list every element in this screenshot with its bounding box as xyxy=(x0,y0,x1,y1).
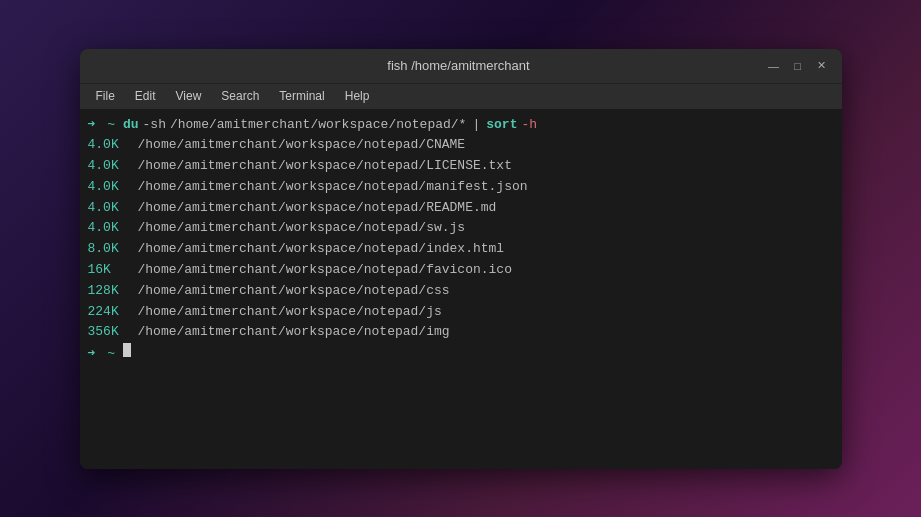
path-8: /home/amitmerchant/workspace/notepad/js xyxy=(138,302,442,323)
cmd-du: du xyxy=(123,115,139,136)
path-9: /home/amitmerchant/workspace/notepad/img xyxy=(138,322,450,343)
size-7: 128K xyxy=(88,281,138,302)
window-controls: — □ ✕ xyxy=(766,58,830,74)
maximize-button[interactable]: □ xyxy=(790,58,806,74)
menu-help[interactable]: Help xyxy=(337,87,378,105)
path-3: /home/amitmerchant/workspace/notepad/REA… xyxy=(138,198,497,219)
minimize-button[interactable]: — xyxy=(766,58,782,74)
size-4: 4.0K xyxy=(88,218,138,239)
output-line-9: 356K /home/amitmerchant/workspace/notepa… xyxy=(88,322,834,343)
next-prompt-arrow: ➜ xyxy=(88,344,96,365)
output-line-4: 4.0K /home/amitmerchant/workspace/notepa… xyxy=(88,218,834,239)
prompt-tilde: ~ xyxy=(107,115,115,136)
command-line: ➜ ~ du -sh /home/amitmerchant/workspace/… xyxy=(88,115,834,136)
path-2: /home/amitmerchant/workspace/notepad/man… xyxy=(138,177,528,198)
title-bar: fish /home/amitmerchant — □ ✕ xyxy=(80,49,842,83)
size-1: 4.0K xyxy=(88,156,138,177)
path-4: /home/amitmerchant/workspace/notepad/sw.… xyxy=(138,218,466,239)
next-prompt-tilde: ~ xyxy=(107,344,115,365)
terminal-window: fish /home/amitmerchant — □ ✕ File Edit … xyxy=(80,49,842,469)
cmd-sort: sort xyxy=(486,115,517,136)
path-7: /home/amitmerchant/workspace/notepad/css xyxy=(138,281,450,302)
output-line-0: 4.0K /home/amitmerchant/workspace/notepa… xyxy=(88,135,834,156)
menu-file[interactable]: File xyxy=(88,87,123,105)
cmd-flags: -sh xyxy=(143,115,166,136)
output-line-1: 4.0K /home/amitmerchant/workspace/notepa… xyxy=(88,156,834,177)
terminal-body[interactable]: ➜ ~ du -sh /home/amitmerchant/workspace/… xyxy=(80,109,842,469)
output-line-3: 4.0K /home/amitmerchant/workspace/notepa… xyxy=(88,198,834,219)
close-button[interactable]: ✕ xyxy=(814,58,830,74)
path-5: /home/amitmerchant/workspace/notepad/ind… xyxy=(138,239,505,260)
output-line-6: 16K /home/amitmerchant/workspace/notepad… xyxy=(88,260,834,281)
path-6: /home/amitmerchant/workspace/notepad/fav… xyxy=(138,260,512,281)
menu-search[interactable]: Search xyxy=(213,87,267,105)
menu-view[interactable]: View xyxy=(168,87,210,105)
size-2: 4.0K xyxy=(88,177,138,198)
cmd-sort-flag: -h xyxy=(521,115,537,136)
cmd-path: /home/amitmerchant/workspace/notepad/* xyxy=(170,115,466,136)
output-line-8: 224K /home/amitmerchant/workspace/notepa… xyxy=(88,302,834,323)
prompt-arrow: ➜ xyxy=(88,115,96,136)
menu-edit[interactable]: Edit xyxy=(127,87,164,105)
size-9: 356K xyxy=(88,322,138,343)
window-title: fish /home/amitmerchant xyxy=(152,58,766,73)
next-prompt-line: ➜ ~ xyxy=(88,343,834,365)
output-line-2: 4.0K /home/amitmerchant/workspace/notepa… xyxy=(88,177,834,198)
size-0: 4.0K xyxy=(88,135,138,156)
size-8: 224K xyxy=(88,302,138,323)
menu-bar: File Edit View Search Terminal Help xyxy=(80,83,842,109)
output-line-5: 8.0K /home/amitmerchant/workspace/notepa… xyxy=(88,239,834,260)
output-line-7: 128K /home/amitmerchant/workspace/notepa… xyxy=(88,281,834,302)
size-6: 16K xyxy=(88,260,138,281)
path-1: /home/amitmerchant/workspace/notepad/LIC… xyxy=(138,156,512,177)
cmd-pipe: | xyxy=(472,115,480,136)
size-3: 4.0K xyxy=(88,198,138,219)
cursor xyxy=(123,343,131,357)
size-5: 8.0K xyxy=(88,239,138,260)
path-0: /home/amitmerchant/workspace/notepad/CNA… xyxy=(138,135,466,156)
menu-terminal[interactable]: Terminal xyxy=(271,87,332,105)
